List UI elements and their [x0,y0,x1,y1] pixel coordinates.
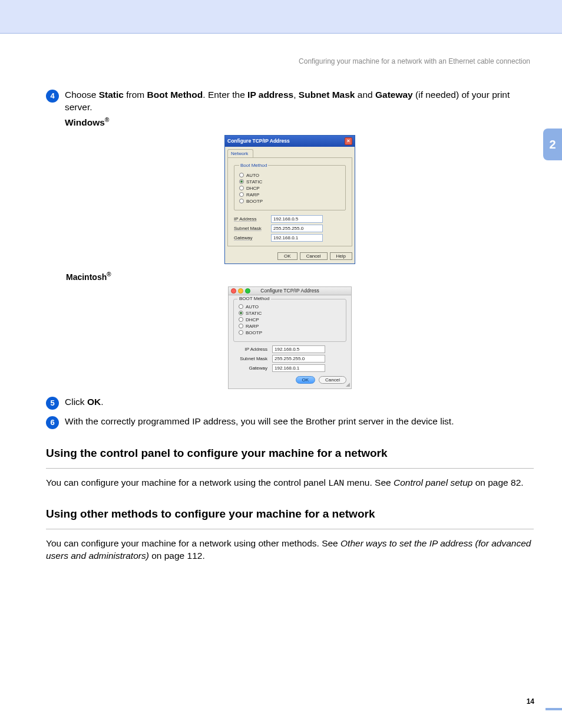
footer-accent [546,708,562,710]
step-5-text: Click OK. [65,396,534,410]
section-1-para: You can configure your machine for a net… [46,477,534,490]
mac-radio-bootp[interactable] [239,330,243,335]
ip-address-input[interactable]: 192.168.0.5 [271,215,323,223]
step-4-text: Choose Static from Boot Method. Enter th… [65,89,534,129]
section-heading-1: Using the control panel to configure you… [46,447,534,460]
mac-radio-dhcp[interactable] [239,317,243,322]
mac-ip-input[interactable]: 192.168.0.5 [272,345,325,353]
windows-dialog: Configure TCP/IP Address × Network Boot … [224,135,355,264]
gateway-input[interactable]: 192.168.0.1 [271,234,323,242]
step-6-text: With the correctly programmed IP address… [65,416,534,429]
mac-cancel-button[interactable]: Cancel [319,376,346,384]
help-button[interactable]: Help [330,252,352,260]
running-header: Configuring your machine for a network w… [0,57,534,65]
step-bullet-4: 4 [46,90,59,103]
mac-dialog: Configure TCP/IP Address BOOT Method AUT… [228,286,352,389]
mac-titlebar: Configure TCP/IP Address [229,287,351,295]
radio-dhcp[interactable] [239,186,244,190]
mac-gateway-input[interactable]: 192.168.0.1 [272,364,325,372]
mac-ok-button[interactable]: OK [296,376,316,384]
mac-radio-auto[interactable] [239,304,243,309]
radio-auto[interactable] [239,173,244,177]
chapter-tab: 2 [543,129,562,160]
step-bullet-5: 5 [46,397,59,410]
tab-network[interactable]: Network [227,149,253,157]
section-heading-2: Using other methods to configure your ma… [46,508,534,521]
mac-radio-rarp[interactable] [239,324,243,328]
radio-static[interactable] [239,179,244,184]
ok-button[interactable]: OK [277,252,297,260]
top-banner [0,0,562,33]
section-2-para: You can configure your machine for a net… [46,538,534,562]
windows-titlebar: Configure TCP/IP Address × [225,136,355,147]
page-number: 14 [527,697,534,706]
radio-rarp[interactable] [239,192,244,197]
mac-radio-static[interactable] [239,311,243,315]
step-bullet-6: 6 [46,416,59,429]
cancel-button[interactable]: Cancel [300,252,328,260]
boot-method-legend: Boot Method [239,163,268,168]
close-icon[interactable]: × [345,137,352,145]
resize-grip-icon[interactable]: ◢ [346,381,350,387]
radio-bootp[interactable] [239,199,244,203]
mac-mask-input[interactable]: 255.255.255.0 [272,355,325,363]
subnet-mask-input[interactable]: 255.255.255.0 [271,225,323,232]
